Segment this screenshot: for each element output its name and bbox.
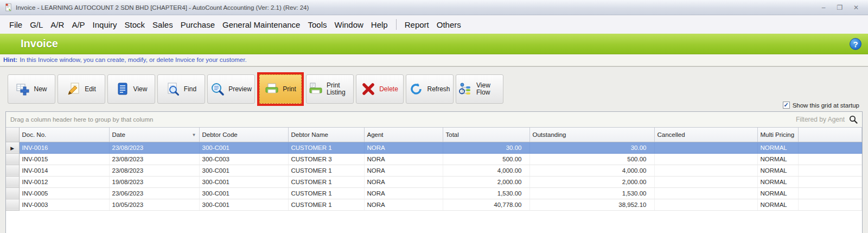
- cell-cancelled[interactable]: [654, 153, 757, 165]
- menu-purchase[interactable]: Purchase: [177, 18, 219, 32]
- cell-debtor-name[interactable]: CUSTOMER 1: [288, 199, 364, 210]
- cell-outstanding[interactable]: 38,952.10: [529, 199, 654, 210]
- cell-date[interactable]: 23/08/2023: [109, 142, 199, 153]
- cell-agent[interactable]: NORA: [364, 142, 443, 153]
- cell-date[interactable]: 23/08/2023: [109, 153, 199, 165]
- cell-debtor-code[interactable]: 300-C001: [199, 199, 288, 210]
- help-icon[interactable]: ?: [850, 38, 861, 50]
- cell-doc-no[interactable]: INV-0014: [19, 165, 109, 176]
- cell-multi-pricing[interactable]: NORMAL: [757, 199, 798, 210]
- menu-inquiry[interactable]: Inquiry: [89, 18, 121, 32]
- close-icon[interactable]: ✕: [852, 3, 860, 12]
- cell-debtor-name[interactable]: CUSTOMER 1: [288, 142, 364, 153]
- minimize-icon[interactable]: –: [819, 3, 828, 12]
- group-by-panel[interactable]: Drag a column header here to group by th…: [6, 112, 862, 128]
- cell-debtor-code[interactable]: 300-C001: [199, 165, 288, 176]
- column-header-date[interactable]: Date▼: [109, 128, 199, 142]
- menu-tools[interactable]: Tools: [304, 18, 330, 32]
- filter-area[interactable]: Filtered by Agent: [796, 112, 858, 127]
- search-icon[interactable]: [849, 115, 858, 124]
- cell-total[interactable]: 30.00: [443, 142, 529, 153]
- find-button[interactable]: Find: [157, 74, 205, 104]
- cell-outstanding[interactable]: 4,000.00: [529, 165, 654, 176]
- cell-debtor-name[interactable]: CUSTOMER 1: [288, 187, 364, 199]
- cell-outstanding[interactable]: 30.00: [529, 142, 654, 153]
- table-row-inv-0003[interactable]: INV-0003 10/05/2023 300-C001 CUSTOMER 1 …: [6, 199, 862, 210]
- preview-button[interactable]: Preview: [207, 74, 255, 104]
- cell-outstanding[interactable]: 2,000.00: [529, 176, 654, 187]
- view-flow-button[interactable]: View Flow: [456, 74, 503, 104]
- cell-multi-pricing[interactable]: NORMAL: [757, 142, 798, 153]
- cell-total[interactable]: 2,000.00: [443, 176, 529, 187]
- cell-cancelled[interactable]: [654, 165, 757, 176]
- cell-multi-pricing[interactable]: NORMAL: [757, 187, 798, 199]
- menu-sales[interactable]: Sales: [149, 18, 177, 32]
- checkbox-icon[interactable]: ✓: [783, 102, 790, 109]
- cell-agent[interactable]: NORA: [364, 187, 443, 199]
- cell-date[interactable]: 23/08/2023: [109, 165, 199, 176]
- table-row-inv-0016[interactable]: ▶ INV-0016 23/08/2023 300-C001 CUSTOMER …: [6, 142, 862, 153]
- column-header-multi-pricing[interactable]: Multi Pricing: [757, 128, 798, 142]
- table-row-inv-0015[interactable]: INV-0015 23/08/2023 300-C003 CUSTOMER 3 …: [6, 153, 862, 165]
- cell-date[interactable]: 10/05/2023: [109, 199, 199, 210]
- cell-total[interactable]: 1,530.00: [443, 187, 529, 199]
- menu-ap[interactable]: A/P: [68, 18, 88, 32]
- column-header-debtor-name[interactable]: Debtor Name: [288, 128, 364, 142]
- cell-doc-no[interactable]: INV-0015: [19, 153, 109, 165]
- cell-multi-pricing[interactable]: NORMAL: [757, 165, 798, 176]
- print-button[interactable]: Print: [259, 74, 302, 104]
- cell-total[interactable]: 4,000.00: [443, 165, 529, 176]
- cell-total[interactable]: 40,778.00: [443, 199, 529, 210]
- table-row-inv-0014[interactable]: INV-0014 23/08/2023 300-C001 CUSTOMER 1 …: [6, 165, 862, 176]
- cell-cancelled[interactable]: [654, 142, 757, 153]
- cell-outstanding[interactable]: 1,530.00: [529, 187, 654, 199]
- cell-agent[interactable]: NORA: [364, 153, 443, 165]
- menu-window[interactable]: Window: [330, 18, 367, 32]
- cell-doc-no[interactable]: INV-0012: [19, 176, 109, 187]
- menu-file[interactable]: File: [5, 18, 26, 32]
- cell-debtor-code[interactable]: 300-C001: [199, 142, 288, 153]
- cell-debtor-code[interactable]: 300-C001: [199, 187, 288, 199]
- show-grid-at-startup-checkbox[interactable]: ✓ Show this grid at startup: [783, 102, 859, 109]
- cell-cancelled[interactable]: [654, 199, 757, 210]
- restore-icon[interactable]: ❐: [835, 3, 844, 12]
- cell-date[interactable]: 19/08/2023: [109, 176, 199, 187]
- cell-debtor-name[interactable]: CUSTOMER 1: [288, 176, 364, 187]
- column-header-debtor-code[interactable]: Debtor Code: [199, 128, 288, 142]
- menu-help[interactable]: Help: [367, 18, 392, 32]
- cell-doc-no[interactable]: INV-0005: [19, 187, 109, 199]
- table-row-inv-0005[interactable]: INV-0005 23/06/2023 300-C001 CUSTOMER 1 …: [6, 187, 862, 199]
- menu-general-maintenance[interactable]: General Maintenance: [219, 18, 304, 32]
- view-button[interactable]: View: [107, 74, 155, 104]
- cell-multi-pricing[interactable]: NORMAL: [757, 153, 798, 165]
- refresh-button[interactable]: Refresh: [406, 74, 454, 104]
- cell-outstanding[interactable]: 500.00: [529, 153, 654, 165]
- menu-stock[interactable]: Stock: [121, 18, 149, 32]
- delete-button[interactable]: Delete: [356, 74, 404, 104]
- column-header-cancelled[interactable]: Cancelled: [654, 128, 757, 142]
- cell-agent[interactable]: NORA: [364, 199, 443, 210]
- cell-cancelled[interactable]: [654, 176, 757, 187]
- menu-gl[interactable]: G/L: [26, 18, 47, 32]
- table-row-inv-0012[interactable]: INV-0012 19/08/2023 300-C001 CUSTOMER 1 …: [6, 176, 862, 187]
- edit-button[interactable]: Edit: [58, 74, 105, 104]
- cell-total[interactable]: 500.00: [443, 153, 529, 165]
- cell-debtor-code[interactable]: 300-C001: [199, 176, 288, 187]
- cell-agent[interactable]: NORA: [364, 165, 443, 176]
- new-button[interactable]: New: [8, 74, 55, 104]
- column-header-agent[interactable]: Agent: [364, 128, 443, 142]
- cell-cancelled[interactable]: [654, 187, 757, 199]
- column-header-outstanding[interactable]: Outstanding: [529, 128, 654, 142]
- menu-ar[interactable]: A/R: [47, 18, 68, 32]
- menu-report[interactable]: Report: [401, 18, 433, 32]
- menu-others[interactable]: Others: [433, 18, 465, 32]
- cell-debtor-name[interactable]: CUSTOMER 1: [288, 165, 364, 176]
- cell-agent[interactable]: NORA: [364, 176, 443, 187]
- cell-debtor-name[interactable]: CUSTOMER 3: [288, 153, 364, 165]
- cell-doc-no[interactable]: INV-0016: [19, 142, 109, 153]
- cell-date[interactable]: 23/06/2023: [109, 187, 199, 199]
- cell-debtor-code[interactable]: 300-C003: [199, 153, 288, 165]
- column-header-total[interactable]: Total: [443, 128, 529, 142]
- cell-doc-no[interactable]: INV-0003: [19, 199, 109, 210]
- column-header-doc-no[interactable]: Doc. No.: [19, 128, 109, 142]
